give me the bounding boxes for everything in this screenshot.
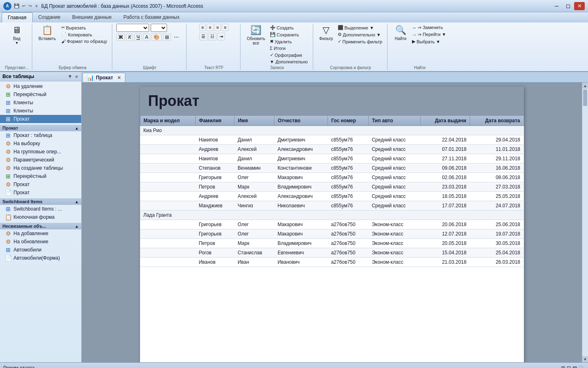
btn-advanced[interactable]: ⚙ Дополнительно ▼ bbox=[336, 31, 384, 38]
sidebar-item-udalenie[interactable]: ⚙ На удаление bbox=[0, 82, 81, 90]
sidebar-item-switchboard-table[interactable]: ⊞ Switchboard Items : ... bbox=[0, 205, 81, 213]
report-content: Прокат Марка и модел Фамилия Имя Отчеств… bbox=[82, 83, 582, 362]
btn-align-right[interactable]: ≡ bbox=[214, 24, 221, 31]
tab-home[interactable]: Главная bbox=[2, 12, 33, 22]
sidebar-item-clients2[interactable]: ⊞ Клиенты bbox=[0, 107, 81, 115]
unrelated-section-header[interactable]: Несвязанные объ... ▲ bbox=[0, 223, 81, 229]
btn-bold[interactable]: Ж bbox=[116, 34, 125, 41]
sidebar-item-cross2[interactable]: ⊞ Перекрёстный bbox=[0, 172, 81, 180]
sidebar-pin-btn[interactable]: « bbox=[74, 74, 79, 79]
btn-font-color[interactable]: А bbox=[143, 34, 150, 41]
table-cell: а276ов750 bbox=[328, 248, 369, 258]
scroll-down-arrow[interactable]: ▼ bbox=[582, 356, 588, 362]
btn-indent[interactable]: ⇥ bbox=[217, 33, 225, 40]
btn-apply-filter[interactable]: ✓ Применить фильтр bbox=[336, 38, 384, 45]
btn-numbered[interactable]: ☷ bbox=[208, 33, 216, 40]
view-icon: 🖥 bbox=[12, 25, 21, 36]
table-cell: Дмитриевич bbox=[274, 135, 328, 145]
sidebar-item-update[interactable]: ⚙ На обновление bbox=[0, 238, 81, 246]
btn-refresh[interactable]: 🔄 Обновить все bbox=[245, 24, 267, 47]
doc-tab-prokat[interactable]: 📊 Прокат ✕ bbox=[82, 73, 125, 82]
close-btn[interactable]: ✕ bbox=[574, 2, 585, 10]
sidebar-item-vybor[interactable]: ⚙ На выборку bbox=[0, 139, 81, 148]
btn-format-paint[interactable]: 🖌 Формат по образцу bbox=[60, 38, 109, 44]
find-icon: 🔍 bbox=[395, 25, 406, 36]
btn-spell[interactable]: ✓ Орфография bbox=[268, 52, 310, 58]
btn-cut[interactable]: ✂ Вырезать bbox=[60, 25, 109, 31]
view-btn-3[interactable]: ▤ bbox=[572, 365, 577, 368]
btn-align-left[interactable]: ≡ bbox=[199, 24, 206, 31]
tab-external[interactable]: Внешние данные bbox=[67, 12, 118, 22]
btn-totals[interactable]: Σ Итоги bbox=[268, 45, 310, 51]
table-cell: 02.06.2018 bbox=[421, 173, 470, 182]
btn-replace[interactable]: ↔ ⇒ Заменить bbox=[410, 25, 448, 31]
minimize-btn[interactable]: ─ bbox=[551, 2, 562, 10]
btn-paste[interactable]: 📋 Вставить bbox=[36, 24, 58, 44]
btn-save-record[interactable]: 💾 Сохранить bbox=[268, 31, 310, 38]
sidebar-item-cross1[interactable]: ⊞ Перекрёстный bbox=[0, 90, 81, 99]
table-group-row: Лада Гранта bbox=[140, 211, 523, 220]
unrelated-section-title: Несвязанные объ... bbox=[2, 224, 46, 229]
update-icon: ⚙ bbox=[5, 238, 11, 245]
font-selector[interactable] bbox=[116, 24, 149, 32]
sidebar-item-prokat-query[interactable]: ⚙ Прокат bbox=[0, 180, 81, 188]
sidebar-collapse-btn[interactable]: ▼ bbox=[67, 74, 73, 79]
table-cell: Макарович bbox=[274, 173, 328, 182]
scroll-thumb[interactable] bbox=[583, 90, 587, 106]
btn-italic[interactable]: К bbox=[126, 34, 133, 41]
prokat-section-header[interactable]: Прокат ▲ bbox=[0, 125, 81, 131]
sidebar-item-button-form[interactable]: 📋 Кнопочная форма bbox=[0, 213, 81, 221]
sidebar-item-cars-form[interactable]: 📄 Автомобили(Форма) bbox=[0, 254, 81, 262]
sidebar-item-group[interactable]: ⚙ На групповые опер... bbox=[0, 148, 81, 156]
btn-border[interactable]: ⊞ bbox=[163, 34, 171, 41]
view-btn-2[interactable]: ⊡ bbox=[567, 365, 571, 368]
btn-underline[interactable]: Ч bbox=[134, 34, 142, 41]
btn-create-record[interactable]: ➕ Создать bbox=[268, 25, 310, 31]
sidebar-item-param[interactable]: ⚙ Параметрический bbox=[0, 156, 81, 164]
restore-btn[interactable]: ◻ bbox=[563, 2, 573, 10]
table-cell: а276ов750 bbox=[328, 258, 369, 267]
btn-list[interactable]: ☰ bbox=[199, 33, 207, 40]
btn-align-justify[interactable]: ≡ bbox=[222, 24, 228, 31]
cars-icon: ⊞ bbox=[5, 247, 11, 253]
sidebar-item-add[interactable]: ⚙ На добавление bbox=[0, 229, 81, 238]
status-view-buttons: ⊞ ⊡ ▤ 🔍 bbox=[561, 365, 585, 368]
tab-database[interactable]: Работа с базами данных bbox=[118, 12, 185, 22]
table-cell: Олег bbox=[234, 220, 274, 229]
app-icon: A bbox=[3, 2, 11, 10]
doc-close-btn[interactable]: ✕ bbox=[117, 75, 121, 81]
sidebar-item-clients1[interactable]: ⊞ Клиенты bbox=[0, 99, 81, 107]
scroll-up-arrow[interactable]: ▲ bbox=[582, 83, 588, 89]
table-cell: Макарович bbox=[274, 220, 328, 229]
sidebar-item-prokat-table[interactable]: ⊞ Прокат : таблица bbox=[0, 131, 81, 139]
btn-more[interactable]: ▼ Дополнительно bbox=[268, 59, 310, 65]
btn-highlight[interactable]: 🎨 bbox=[151, 34, 162, 41]
btn-find[interactable]: 🔍 Найти bbox=[392, 24, 410, 42]
btn-view[interactable]: 🖥 Вид ▼ bbox=[8, 24, 26, 46]
btn-align-center[interactable]: ≡ bbox=[207, 24, 213, 31]
btn-font-extra[interactable]: ⋯ bbox=[172, 34, 180, 40]
table-cell: 11.01.2018 bbox=[470, 145, 523, 154]
btn-filter[interactable]: ▽ Фильтр bbox=[317, 24, 335, 42]
font-size-selector[interactable] bbox=[151, 24, 167, 32]
sidebar-item-cars[interactable]: ⊞ Автомобили bbox=[0, 246, 81, 254]
btn-goto[interactable]: → ⇒ Перейти ▼ bbox=[410, 31, 448, 38]
ribbon: Главная Создание Внешние данные Работа с… bbox=[0, 12, 588, 72]
view-btn-1[interactable]: ⊞ bbox=[561, 365, 565, 368]
btn-select[interactable]: ▶ Выбрать ▼ bbox=[410, 38, 448, 45]
table-cell bbox=[140, 229, 196, 239]
vertical-scrollbar[interactable]: ▲ ▼ bbox=[582, 83, 588, 362]
sidebar-item-prokat-report[interactable]: 📄 Прокат bbox=[0, 188, 81, 197]
ribbon-group-clipboard: 📋 Вставить ✂ Вырезать 📄 Копировать bbox=[33, 24, 112, 70]
sidebar-item-create-table[interactable]: ⚙ На создание таблицы bbox=[0, 164, 81, 172]
view-btn-zoom[interactable]: 🔍 bbox=[579, 365, 585, 368]
btn-delete-record[interactable]: ✖ Удалить bbox=[268, 38, 310, 45]
table-icon2: ⊞ bbox=[5, 132, 11, 139]
sidebar-item-prokat-top[interactable]: ⊞ Прокат bbox=[0, 115, 81, 123]
btn-copy[interactable]: 📄 Копировать bbox=[60, 31, 109, 38]
btn-selection[interactable]: ⬛ Выделение ▼ bbox=[336, 25, 384, 31]
tab-create[interactable]: Создание bbox=[33, 12, 67, 22]
scroll-track[interactable] bbox=[582, 89, 588, 356]
table-cell: 17.07.2018 bbox=[421, 201, 470, 211]
switchboard-section-header[interactable]: Switchboard Items ▲ bbox=[0, 198, 81, 205]
